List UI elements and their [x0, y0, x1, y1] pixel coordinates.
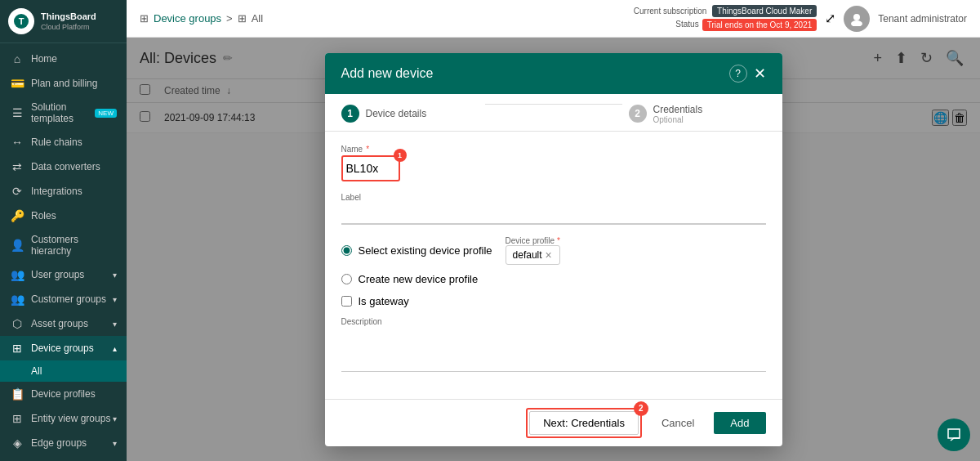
label-form-group: Label	[341, 193, 766, 225]
next-credentials-button[interactable]: Next: Credentials	[529, 411, 639, 435]
logo-text-line1: ThingsBoard	[41, 11, 96, 22]
sidebar-item-device-groups[interactable]: ⊞ Device groups ▴	[0, 336, 127, 360]
add-button[interactable]: Add	[714, 412, 765, 434]
logo-text-line2: Cloud Platform	[41, 23, 96, 31]
name-required: *	[366, 145, 369, 154]
label-input[interactable]	[341, 204, 766, 225]
name-input[interactable]	[346, 159, 395, 178]
radio-new-label: Create new device profile	[359, 273, 479, 285]
dialog-help-button[interactable]: ?	[729, 65, 747, 83]
label-label: Label	[341, 193, 766, 202]
sidebar-item-label: Roles	[31, 210, 117, 222]
dialog-overlay: Add new device ? ✕ 1 Device details	[127, 38, 980, 461]
step-2-circle: 2	[629, 105, 647, 123]
description-label: Description	[341, 317, 766, 326]
sidebar-item-rule-chains[interactable]: ↔ Rule chains	[0, 130, 127, 154]
status-row: Status Trial ends on the Oct 9, 2021	[675, 17, 817, 31]
sidebar-item-edge-management[interactable]: ◈ Edge management ▾	[0, 455, 127, 461]
device-profile-value[interactable]: default ×	[506, 245, 560, 265]
sidebar-item-entity-view-groups[interactable]: ⊞ Entity view groups ▾	[0, 406, 127, 431]
sidebar-item-roles[interactable]: 🔑 Roles	[0, 204, 127, 228]
sidebar-item-label: Customer groups	[31, 293, 113, 305]
radio-existing-label: Select existing device profile	[359, 244, 492, 257]
sidebar-logo: T ThingsBoard Cloud Platform	[0, 0, 127, 43]
user-avatar	[844, 6, 870, 32]
device-profile-label: Device profile *	[506, 236, 560, 245]
entity-view-icon: ⊞	[10, 412, 24, 425]
sidebar-item-device-profiles[interactable]: 📋 Device profiles	[0, 382, 127, 406]
add-device-dialog: Add new device ? ✕ 1 Device details	[325, 53, 782, 446]
customer-groups-icon: 👥	[10, 293, 24, 306]
breadcrumb-icon: ⊞	[140, 12, 149, 25]
sidebar-sub-item-all[interactable]: All	[0, 360, 127, 382]
sidebar-item-user-groups[interactable]: 👥 User groups ▾	[0, 262, 127, 287]
breadcrumb: ⊞ Device groups > ⊞ All	[140, 12, 263, 25]
status-label: Status	[675, 20, 698, 29]
breadcrumb-icon2: ⊞	[238, 12, 247, 25]
sidebar-item-label: Home	[31, 53, 117, 65]
name-form-group: Name * 1	[341, 145, 766, 181]
subscription-label: Current subscription ThingsBoard Cloud M…	[634, 7, 817, 16]
sub-item-label: All	[31, 365, 42, 377]
sidebar-item-solution-templates[interactable]: ☰ Solution templates NEW	[0, 96, 127, 130]
radio-new-input[interactable]	[341, 274, 352, 284]
step-2-label: Credentials	[653, 104, 703, 115]
sidebar-nav: ⌂ Home 💳 Plan and billing ☰ Solution tem…	[0, 43, 127, 461]
device-profiles-icon: 📋	[10, 387, 24, 401]
sidebar-item-customer-groups[interactable]: 👥 Customer groups ▾	[0, 287, 127, 311]
sidebar-item-plan-billing[interactable]: 💳 Plan and billing	[0, 71, 127, 96]
radio-new: Create new device profile	[341, 273, 766, 285]
user-name: Tenant administrator	[878, 13, 967, 25]
home-icon: ⌂	[10, 52, 24, 65]
device-profile-group: Select existing device profile Device pr…	[341, 236, 766, 285]
is-gateway-checkbox[interactable]	[341, 296, 352, 307]
main-content: ⊞ Device groups > ⊞ All Current subscrip…	[127, 0, 980, 461]
billing-icon: 💳	[10, 77, 24, 90]
sidebar-item-label: Rule chains	[31, 137, 117, 148]
logo-icon: T	[8, 8, 34, 34]
radio-existing-input[interactable]	[341, 245, 352, 256]
new-badge: NEW	[95, 109, 117, 118]
breadcrumb-parent[interactable]: Device groups	[154, 12, 221, 25]
dialog-close-button[interactable]: ✕	[754, 66, 766, 81]
sidebar-item-edge-groups[interactable]: ◈ Edge groups ▾	[0, 431, 127, 455]
sidebar-item-label: User groups	[31, 269, 113, 280]
radio-existing: Select existing device profile Device pr…	[341, 236, 766, 265]
device-groups-icon: ⊞	[10, 342, 24, 355]
is-gateway-row: Is gateway	[341, 295, 766, 307]
customers-icon: 👤	[10, 239, 24, 252]
dialog-title: Add new device	[341, 66, 434, 81]
subscription-info: Current subscription ThingsBoard Cloud M…	[634, 7, 817, 31]
templates-icon: ☰	[10, 106, 24, 119]
sidebar-item-home[interactable]: ⌂ Home	[0, 47, 127, 71]
svg-text:T: T	[19, 16, 24, 26]
name-error-box	[341, 155, 400, 181]
subscription-badge: ThingsBoard Cloud Maker	[712, 5, 817, 17]
step-1-label: Device details	[366, 108, 427, 119]
svg-point-3	[851, 20, 862, 26]
expand-button[interactable]: ⤢	[825, 11, 835, 26]
dialog-header: Add new device ? ✕	[325, 53, 782, 94]
step-1: 1 Device details	[341, 104, 479, 124]
chevron-icon: ▾	[113, 320, 117, 329]
cancel-button[interactable]: Cancel	[648, 412, 707, 434]
chevron-icon: ▾	[113, 414, 117, 423]
topbar: ⊞ Device groups > ⊞ All Current subscrip…	[127, 0, 980, 38]
sidebar-item-label: Device groups	[31, 342, 113, 354]
breadcrumb-current: All	[252, 12, 263, 25]
description-textarea[interactable]	[341, 331, 766, 372]
chat-button[interactable]	[938, 418, 970, 451]
sidebar-item-integrations[interactable]: ⟳ Integrations	[0, 179, 127, 204]
roles-icon: 🔑	[10, 209, 24, 222]
sidebar-item-data-converters[interactable]: ⇄ Data converters	[0, 154, 127, 179]
profile-clear-icon[interactable]: ×	[546, 248, 552, 262]
sidebar-item-asset-groups[interactable]: ⬡ Asset groups ▾	[0, 311, 127, 336]
asset-groups-icon: ⬡	[10, 317, 24, 330]
sidebar-item-label: Device profiles	[31, 388, 117, 400]
device-profile-field: Device profile * default ×	[506, 236, 560, 265]
sidebar-item-customers-hierarchy[interactable]: 👤 Customers hierarchy	[0, 228, 127, 262]
sidebar-item-label: Solution templates	[31, 101, 91, 124]
chevron-icon: ▾	[113, 271, 117, 280]
step-2: 2 Credentials Optional	[629, 104, 766, 124]
step-divider	[485, 104, 622, 105]
